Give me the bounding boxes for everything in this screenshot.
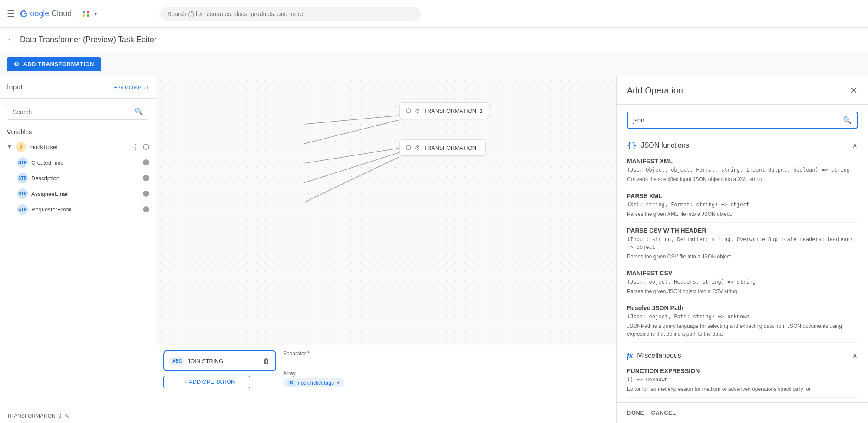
variable-type-icon-str-4: STR [17, 204, 28, 215]
misc-category-icon: fx [627, 352, 633, 360]
variable-name-mock-ticket: mockTicket [30, 144, 129, 150]
add-operation-plus-icon: + [178, 379, 182, 385]
variable-type-icon-str: STR [17, 157, 28, 168]
add-input-button[interactable]: + ADD INPUT [114, 84, 149, 91]
expand-arrow-icon[interactable]: ▼ [7, 144, 12, 150]
mock-ticket-tags-chip[interactable]: S mockTicket.tags ✕ [283, 378, 344, 387]
variable-type-icon-str-3: STR [17, 188, 28, 199]
transformation-node-1[interactable]: ⚙ TRANSFORMATION_1 [399, 102, 489, 119]
op-parse-csv-with-header[interactable]: PARSE CSV WITH HEADER (Input: string, De… [627, 223, 858, 265]
miscellaneous-category-header[interactable]: fx Miscellaneous ∧ [627, 346, 858, 363]
project-selector[interactable]: ▼ [77, 8, 155, 20]
variables-section: Variables ▼ J mockTicket ⋮ STR CreatedTi… [0, 125, 156, 221]
global-search-bar[interactable] [160, 7, 421, 21]
left-panel-header: Input + ADD INPUT [0, 76, 156, 99]
op-function-expression[interactable]: FUNCTION EXPRESSION () => unknown Editor… [627, 363, 858, 398]
separator-array-fields: Separator * , Array S mockTicket.tags ✕ [283, 350, 609, 418]
global-search-input[interactable] [167, 10, 414, 17]
transformation-node-label: TRANSFORMATION_0 [7, 413, 61, 419]
variable-connector-dot-created-time [143, 159, 149, 165]
variable-connector-dot-requester-email [143, 206, 149, 212]
category-header-left: {} JSON functions [627, 141, 689, 150]
google-cloud-wordmark: oogle Cloud [30, 9, 72, 18]
left-panel: Input + ADD INPUT 🔍 Variables ▼ J mockTi… [0, 76, 156, 423]
variable-name-description: Description [31, 175, 139, 182]
misc-category-chevron-icon[interactable]: ∧ [852, 351, 858, 360]
main-content: Input + ADD INPUT 🔍 Variables ▼ J mockTi… [0, 76, 868, 423]
op-manifest-xml-signature: (Json Object: object, Format: string, In… [627, 166, 858, 174]
variables-search-input[interactable] [13, 109, 131, 116]
svg-line-2 [304, 148, 399, 163]
op-resolve-json-path-signature: (Json: object, Path: string) => unknown [627, 313, 858, 321]
tag-close-icon[interactable]: ✕ [336, 380, 340, 386]
node-input-dot-2 [406, 145, 411, 150]
op-parse-csv-name: PARSE CSV WITH HEADER [627, 227, 858, 234]
variables-search-box[interactable]: 🔍 [7, 104, 149, 120]
variable-mock-ticket: ▼ J mockTicket ⋮ [7, 139, 149, 155]
tag-label: mockTicket.tags [297, 380, 334, 386]
json-functions-category-header[interactable]: {} JSON functions ∧ [627, 135, 858, 153]
google-cloud-logo: G oogle Cloud [20, 8, 72, 20]
operation-search-input[interactable] [633, 117, 839, 124]
op-manifest-csv-signature: (Json: object, Headers: string) => strin… [627, 278, 858, 286]
operation-search-box[interactable]: 🔍 [627, 112, 858, 129]
breadcrumb-bar: ← Data Transformer (Preview) Task Editor [0, 28, 868, 52]
google-logo-g: G [20, 8, 27, 20]
back-arrow-icon[interactable]: ← [7, 35, 15, 44]
variable-connector-dot [143, 144, 149, 150]
json-category-title: JSON functions [641, 142, 689, 149]
op-manifest-xml-name: MANIFEST XML [627, 158, 858, 165]
transformation-label-area: TRANSFORMATION_0 ✎ [0, 409, 156, 423]
misc-operations-list: FUNCTION EXPRESSION () => unknown Editor… [627, 363, 858, 398]
op-parse-xml[interactable]: PARSE XML (Xml: string, Format: string) … [627, 188, 858, 223]
variable-menu-icon[interactable]: ⋮ [132, 143, 139, 151]
variable-assignee-email: STR AssigneeEmail [17, 186, 149, 202]
op-parse-xml-description: Parses the given XML file into a JSON ob… [627, 210, 858, 218]
svg-line-3 [304, 152, 399, 183]
svg-line-4 [304, 157, 399, 202]
abc-icon: ABC [170, 357, 184, 365]
join-string-label: JOIN STRING [188, 358, 260, 364]
op-function-expression-name: FUNCTION EXPRESSION [627, 367, 858, 374]
variable-name-created-time: CreatedTime [31, 159, 139, 166]
op-manifest-xml[interactable]: MANIFEST XML (Json Object: object, Forma… [627, 153, 858, 188]
separator-label: Separator * [283, 350, 609, 357]
transformation-node-2[interactable]: ⚙ TRANSFORMATION_ [399, 139, 486, 156]
cancel-button[interactable]: CANCEL [651, 410, 676, 416]
operation-search-icon: 🔍 [843, 116, 851, 124]
separator-value[interactable]: , [283, 358, 609, 367]
svg-line-0 [304, 116, 399, 124]
right-panel-header: Add Operation ✕ [617, 76, 868, 105]
close-panel-button[interactable]: ✕ [850, 85, 858, 96]
main-toolbar: ⚙ ADD TRANSFORMATION [0, 52, 868, 76]
add-transformation-button[interactable]: ⚙ ADD TRANSFORMATION [7, 57, 101, 71]
add-operation-title: Add Operation [627, 86, 683, 96]
join-string-card[interactable]: ABC JOIN STRING 🗑 [163, 350, 276, 371]
add-operation-label: + ADD OPERATION [184, 379, 235, 385]
canvas-area[interactable]: ⚙ TRANSFORMATION_1 ⚙ TRANSFORMATION_ ABC… [156, 76, 616, 423]
hamburger-menu-icon[interactable]: ☰ [7, 9, 15, 19]
delete-icon[interactable]: 🗑 [263, 357, 269, 364]
op-manifest-csv-name: MANIFEST CSV [627, 270, 858, 277]
operations-list[interactable]: {} JSON functions ∧ MANIFEST XML (Json O… [617, 135, 868, 402]
transformation-node-1-label: TRANSFORMATION_1 [424, 108, 483, 114]
json-category-icon: {} [627, 141, 637, 150]
variable-type-icon-str-2: STR [17, 173, 28, 183]
json-category-chevron-icon[interactable]: ∧ [852, 141, 858, 149]
op-resolve-json-path[interactable]: Resolve JSON Path (Json: object, Path: s… [627, 300, 858, 343]
svg-line-1 [304, 120, 399, 144]
op-manifest-csv[interactable]: MANIFEST CSV (Json: object, Headers: str… [627, 265, 858, 300]
misc-category-header-left: fx Miscellaneous [627, 352, 681, 360]
bottom-panel: ABC JOIN STRING 🗑 + + ADD OPERATION Sepa… [156, 345, 616, 423]
transformation-node-2-label: TRANSFORMATION_ [424, 145, 479, 151]
node-gear-icon: ⚙ [415, 107, 420, 114]
page-title: Data Transformer (Preview) Task Editor [20, 35, 157, 44]
node-input-dot [406, 108, 411, 113]
edit-icon[interactable]: ✎ [65, 413, 70, 420]
add-operation-button[interactable]: + + ADD OPERATION [163, 376, 250, 388]
op-function-expression-description: Editor for jsonnet expression for medium… [627, 385, 858, 393]
done-button[interactable]: DONE [627, 410, 644, 416]
required-marker: * [307, 350, 310, 357]
variable-requester-email: STR RequesterEmail [17, 202, 149, 217]
op-resolve-json-path-name: Resolve JSON Path [627, 304, 858, 311]
